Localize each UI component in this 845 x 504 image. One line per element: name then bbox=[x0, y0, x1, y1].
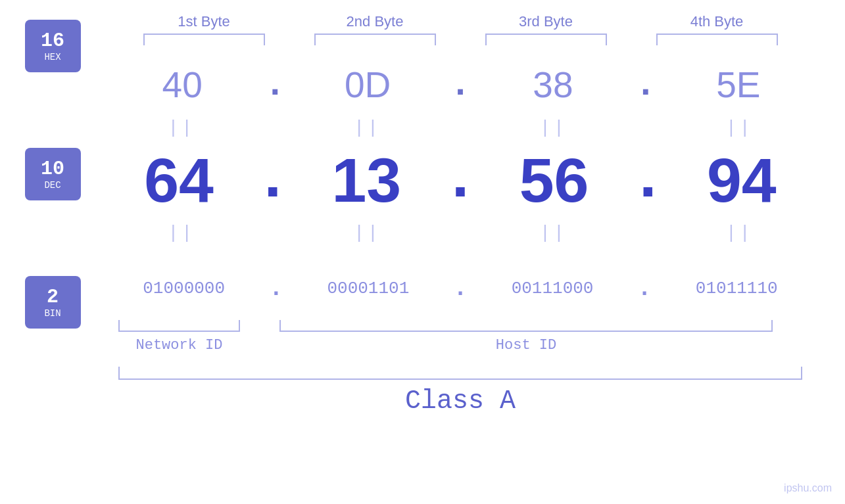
dot-large-2: . bbox=[441, 145, 479, 216]
overall-bracket bbox=[118, 367, 802, 380]
hex-byte3: 38 bbox=[481, 64, 625, 106]
bin-number: 2 bbox=[47, 286, 59, 308]
separator-row-2: || || || || bbox=[105, 216, 815, 249]
bin-badge: 2 BIN bbox=[25, 276, 81, 329]
byte-headers: 1st Byte 2nd Byte 3rd Byte 4th Byte bbox=[105, 13, 802, 30]
byte2-header: 2nd Byte bbox=[302, 13, 447, 30]
sep2-byte4: || bbox=[667, 223, 811, 243]
dec-byte1: 64 bbox=[107, 145, 251, 216]
values-column: 1st Byte 2nd Byte 3rd Byte 4th Byte 40 .… bbox=[105, 13, 845, 416]
bottom-brackets bbox=[105, 320, 802, 332]
bin-name: BIN bbox=[44, 308, 60, 319]
main-container: 16 HEX 10 DEC 2 BIN 1st Byte 2nd Byte 3r… bbox=[0, 0, 845, 504]
dec-number: 10 bbox=[41, 158, 64, 180]
dec-byte4: 94 bbox=[669, 145, 814, 216]
byte4-header: 4th Byte bbox=[644, 13, 789, 30]
dot-med-1: . bbox=[269, 275, 283, 302]
sep1-byte4: || bbox=[667, 118, 811, 138]
bin-byte2: 00001101 bbox=[296, 279, 441, 298]
dec-byte3: 56 bbox=[482, 145, 627, 216]
base-badges-column: 16 HEX 10 DEC 2 BIN bbox=[0, 13, 105, 416]
byte3-header: 3rd Byte bbox=[473, 13, 618, 30]
hex-badge: 16 HEX bbox=[25, 20, 81, 72]
id-labels: Network ID Host ID bbox=[105, 337, 802, 354]
sep2-byte3: || bbox=[481, 223, 625, 243]
dec-name: DEC bbox=[44, 180, 60, 191]
dot-med-2: . bbox=[453, 275, 468, 302]
bracket-byte3 bbox=[485, 34, 607, 45]
hex-byte4: 5E bbox=[666, 64, 811, 106]
sep2-byte1: || bbox=[109, 223, 254, 243]
bin-byte1: 01000000 bbox=[112, 279, 256, 298]
network-bracket bbox=[118, 320, 240, 332]
hex-row: 40 . 0D . 38 . 5E bbox=[105, 58, 815, 111]
dot-1: . bbox=[264, 64, 286, 106]
dot-med-3: . bbox=[637, 275, 652, 302]
dec-badge: 10 DEC bbox=[25, 148, 81, 200]
overall-bracket-container bbox=[105, 367, 802, 380]
hex-number: 16 bbox=[41, 30, 64, 52]
separator-row-1: || || || || bbox=[105, 111, 815, 144]
hex-byte1: 40 bbox=[110, 64, 254, 106]
class-label: Class A bbox=[105, 386, 802, 416]
dot-large-1: . bbox=[254, 145, 291, 216]
hex-byte2: 0D bbox=[295, 64, 440, 106]
content-rows: 16 HEX 10 DEC 2 BIN 1st Byte 2nd Byte 3r… bbox=[0, 13, 845, 416]
bracket-byte1 bbox=[143, 34, 265, 45]
dec-row: 64 . 13 . 56 . 94 bbox=[105, 144, 815, 216]
dot-large-3: . bbox=[629, 145, 667, 216]
bracket-byte4 bbox=[656, 34, 778, 45]
hex-name: HEX bbox=[44, 52, 60, 62]
bin-row: 01000000 . 00001101 . 00111000 . 0101111… bbox=[105, 262, 815, 315]
sep1-byte2: || bbox=[295, 118, 440, 138]
byte1-header: 1st Byte bbox=[132, 13, 276, 30]
bin-byte3: 00111000 bbox=[480, 279, 625, 298]
dot-2: . bbox=[449, 64, 471, 106]
top-brackets bbox=[105, 34, 802, 45]
sep1-byte3: || bbox=[481, 118, 625, 138]
watermark: ipshu.com bbox=[784, 482, 832, 494]
host-id-label: Host ID bbox=[279, 337, 773, 354]
network-id-label: Network ID bbox=[118, 337, 240, 354]
sep2-byte2: || bbox=[295, 223, 440, 243]
sep1-byte1: || bbox=[109, 118, 254, 138]
dot-3: . bbox=[635, 64, 656, 106]
dec-byte2: 13 bbox=[294, 145, 439, 216]
bracket-byte2 bbox=[314, 34, 436, 45]
bin-byte4: 01011110 bbox=[664, 279, 809, 298]
host-bracket bbox=[279, 320, 773, 332]
